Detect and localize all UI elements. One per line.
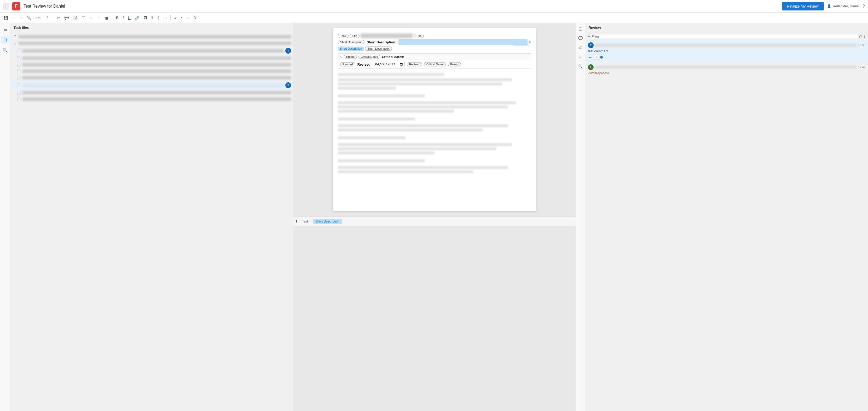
back-button[interactable]: ← <box>3 3 9 9</box>
list-item[interactable]: 📄 <box>10 75 293 81</box>
comment-delete-button[interactable]: ✕ <box>594 55 599 60</box>
username: Reifsnider, Daniel <box>833 4 859 8</box>
section-button[interactable]: § <box>150 14 155 21</box>
symbol-button[interactable]: Ω <box>192 14 197 21</box>
short-desc-tag-row: Short Description Short Description <box>338 47 531 51</box>
avatar: T <box>285 82 291 88</box>
italic-button[interactable]: I <box>121 14 125 21</box>
file-name <box>23 69 291 73</box>
search-button[interactable]: 🔍 <box>25 14 33 21</box>
title-tag-1: Title <box>350 34 360 38</box>
rpanel-icon-check[interactable]: ✓ <box>577 53 584 61</box>
comment-reply-button[interactable]: ↩ <box>588 55 593 60</box>
short-desc-field[interactable] <box>399 39 528 45</box>
note-button[interactable]: 📝 <box>71 14 79 21</box>
bottom-short-desc-label: Short Description <box>313 219 342 224</box>
critical-dates-label: Critical dates: <box>382 55 404 59</box>
document-area: Task Title Title Short Description Short… <box>293 23 576 411</box>
spell-button[interactable]: ABC <box>34 15 43 20</box>
sidebar-icon-strip: ☰ ⊟ 🔍 <box>0 23 10 411</box>
file-name <box>23 76 291 80</box>
doc-title-blurred <box>361 33 413 38</box>
review-header: Review <box>585 23 868 33</box>
expand-icon[interactable]: ▽ <box>340 55 342 59</box>
list-item[interactable]: 🗒 <box>10 40 293 47</box>
comment-header-2: L 12:42 <box>588 64 865 70</box>
list-item[interactable]: 🗒 <box>10 33 293 40</box>
prolog-tag: Prolog <box>344 55 357 59</box>
revised-label: Revised: <box>358 62 372 66</box>
list-button[interactable]: ≡ <box>173 14 178 21</box>
file-name <box>23 63 291 66</box>
nav-back-button[interactable]: ← <box>88 14 95 21</box>
filter-input[interactable] <box>592 34 858 38</box>
info-icon[interactable]: ℹ <box>864 34 865 38</box>
file-name <box>23 84 284 87</box>
whitespace-link[interactable]: <Whitespaces> <box>588 71 610 75</box>
connector-arrow <box>529 40 531 44</box>
critical-dates-header: ▽ Prolog Critical Dates Critical dates: <box>338 54 531 60</box>
finalize-button[interactable]: Finalize My Review <box>782 2 824 10</box>
list-item-active[interactable]: 📄 T <box>10 81 293 89</box>
file-name <box>23 97 291 101</box>
comment2-button[interactable]: 🗨 <box>80 14 87 21</box>
comment-button[interactable]: 💬 <box>63 14 70 21</box>
file-icon: 📄 <box>17 63 21 67</box>
rpanel-icon-review[interactable]: 📋 <box>577 25 584 32</box>
bottom-expand-icon[interactable]: ⬆ <box>295 219 298 223</box>
cut-button[interactable]: ✂ <box>55 14 62 21</box>
sidebar-icon-active[interactable]: ⊟ <box>1 35 9 44</box>
rpanel-icon-comment[interactable]: 💬 <box>577 34 584 42</box>
redo-button[interactable]: ↪ <box>18 14 24 21</box>
back-icon: ← <box>4 3 8 9</box>
comment-time: 15:58 <box>858 43 865 47</box>
doc-title: Test Review for Daniel <box>24 4 779 9</box>
short-desc-sub-label: Short Description <box>365 47 392 51</box>
bold-button[interactable]: B <box>115 14 120 21</box>
critical-dates-tag: Critical Dates <box>359 55 380 59</box>
file-icon: 📄 <box>17 76 21 80</box>
review-panel: Review ≡ @ ℹ T 15:58 test comment ↩ ✕ <box>585 23 868 411</box>
file-list: 🗒 🗒 📄 T 📄 📄 📄 <box>10 32 293 411</box>
image-button[interactable]: 🖼 <box>142 14 149 21</box>
more-button[interactable]: ⋮ <box>44 14 51 21</box>
indent-button[interactable]: ⇥ <box>184 14 191 21</box>
list-item[interactable]: 📄 <box>10 68 293 75</box>
help-icon[interactable]: ? <box>863 4 865 9</box>
file-icon: 📄 <box>17 91 21 95</box>
nav-fwd-button[interactable]: → <box>96 14 102 21</box>
list-item[interactable]: 📄 <box>10 55 293 61</box>
file-name <box>23 91 291 94</box>
rpanel-icon-tag[interactable]: 🏷 <box>577 44 584 51</box>
file-icon: 🗒 <box>13 41 17 45</box>
at-icon[interactable]: @ <box>859 34 863 38</box>
view-button[interactable]: ▣ <box>103 14 110 21</box>
comment-text: test comment <box>588 49 865 53</box>
sidebar-icon-files[interactable]: ☰ <box>1 25 9 33</box>
undo-button[interactable]: ↩ <box>11 14 17 21</box>
comment-avatar-t: T <box>588 42 594 48</box>
rpanel-icon-search[interactable]: 🔍 <box>577 63 584 70</box>
title-tag-end: Title <box>414 34 424 38</box>
document-canvas: Task Title Title Short Description Short… <box>333 28 536 211</box>
comment-time-2: 12:42 <box>858 66 865 69</box>
app-icon: F <box>12 2 20 10</box>
critical-dates-body: Revised Revised: Revised Critical Dates … <box>338 60 531 68</box>
bullet-button[interactable]: • <box>179 14 183 21</box>
link-button[interactable]: 🔗 <box>133 14 141 21</box>
list-item[interactable]: 📄 <box>10 61 293 68</box>
list-item[interactable]: 📄 <box>10 89 293 96</box>
comment-item-2: L 12:42 <Whitespaces> <box>585 62 868 78</box>
underline-button[interactable]: U <box>126 14 132 21</box>
list-item[interactable]: 📄 <box>10 96 293 102</box>
save-button[interactable]: 💾 <box>2 14 10 21</box>
avatar: T <box>285 48 291 54</box>
table-button[interactable]: ⊞ <box>162 14 168 21</box>
review-filter: ≡ @ ℹ <box>585 33 868 40</box>
revised-date-input[interactable] <box>374 62 405 67</box>
revised-tag: Revised <box>340 62 355 66</box>
task-tag: Task <box>338 34 348 38</box>
list-item[interactable]: 📄 T <box>10 47 293 55</box>
sidebar-icon-search[interactable]: 🔍 <box>1 46 9 54</box>
paragraph-button[interactable]: ¶ <box>156 14 161 21</box>
